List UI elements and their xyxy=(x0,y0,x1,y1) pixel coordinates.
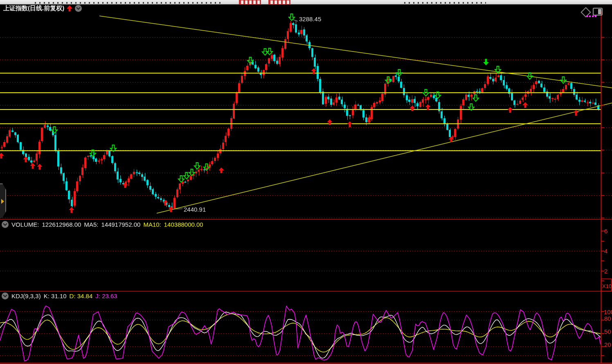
chart-title-bar: 上证指数(日线.前复权) xyxy=(0,4,82,12)
kdj-pane-header[interactable]: KDJ(9,3,3) K: 31.10 D: 34.84 J: 23.63 xyxy=(2,293,117,299)
chart-title: 上证指数(日线.前复权) xyxy=(0,4,64,12)
kdj-label: KDJ(9,3,3) xyxy=(11,293,41,299)
kdj-axis-tick: 20 xyxy=(604,341,611,348)
trend-up-arrow-icon xyxy=(67,5,72,11)
volume-label: VOLUME: xyxy=(11,221,39,228)
top-menu-bar[interactable] xyxy=(0,0,612,4)
collapse-kdj-chevron-icon[interactable] xyxy=(2,293,9,299)
volume-axis-tick: 2 xyxy=(604,268,608,275)
kdj-axis-tick: 80 xyxy=(604,315,611,322)
volume-ma10-label: MA10: xyxy=(143,221,161,228)
volume-unit-label: X10000 xyxy=(602,283,612,289)
kdj-axis-tick: 50 xyxy=(604,328,611,335)
kdj-j-value: J: 23.63 xyxy=(95,293,117,299)
volume-ma5-label: MA5: xyxy=(84,221,98,228)
collapse-volume-chevron-icon[interactable] xyxy=(2,221,9,228)
volume-ma5-value: 144917952.00 xyxy=(101,221,140,228)
volume-value: 122612968.00 xyxy=(42,221,81,228)
expand-right-triangle-icon xyxy=(1,199,4,204)
menu-text-remnant xyxy=(404,2,486,4)
volume-pane-header[interactable]: VOLUME: 122612968.00 MA5: 144917952.00 M… xyxy=(2,221,203,228)
kdj-axis-tick: 100 xyxy=(604,308,612,315)
kdj-k-value: K: 31.10 xyxy=(44,293,67,299)
toolbar-red-button-2[interactable] xyxy=(268,0,290,4)
split-window-icon[interactable] xyxy=(593,8,603,16)
kdj-d-value: D: 34.84 xyxy=(70,293,93,299)
low-price-label: 2440.91 xyxy=(184,206,206,213)
toolbar-red-button-1[interactable] xyxy=(239,0,261,4)
menu-text-remnant xyxy=(35,2,223,4)
volume-axis-tick: 6 xyxy=(604,228,608,234)
collapse-main-chevron-icon[interactable] xyxy=(75,5,82,12)
period-dots-indicator xyxy=(586,16,596,17)
high-price-label: 3288.45 xyxy=(299,16,321,22)
chart-canvas[interactable] xyxy=(0,0,612,364)
volume-ma10-value: 140388000.00 xyxy=(164,221,203,228)
volume-axis-tick: 4 xyxy=(604,248,608,255)
trading-app-window: 上证指数(日线.前复权) 3288.45 2440.91 VOLUME: 122… xyxy=(0,0,612,364)
